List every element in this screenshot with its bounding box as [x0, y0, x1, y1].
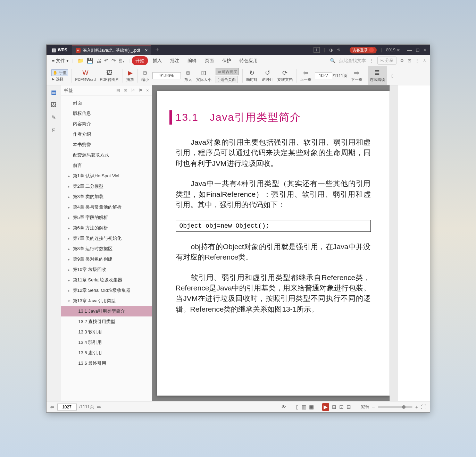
- bookmark-item[interactable]: 作者介绍: [61, 129, 152, 139]
- layout2-icon[interactable]: ⊡: [339, 404, 344, 410]
- bookmark-item[interactable]: 前言: [61, 160, 152, 171]
- actual-size-button[interactable]: ⊡ 实际大小: [194, 66, 214, 85]
- bookmark-item[interactable]: 13.3 软引用: [61, 327, 152, 337]
- rail-bookmark-icon[interactable]: ▤: [51, 89, 56, 95]
- tab-close-icon[interactable]: ×: [145, 48, 148, 53]
- collapse-ribbon-icon[interactable]: ∧: [423, 58, 426, 63]
- select-tool[interactable]: ➤ 选择: [51, 77, 64, 82]
- document-viewport[interactable]: 13.1 Java引用类型简介 Java对象的引用主要包括强引用、软引用、弱引用…: [152, 85, 390, 401]
- redo-icon[interactable]: ↷: [111, 58, 116, 64]
- zoom-plus-icon[interactable]: +: [415, 404, 418, 410]
- pdf-to-word-button[interactable]: W PDF转Word: [73, 66, 98, 85]
- bm-collapse-icon[interactable]: ⊡: [124, 88, 127, 93]
- panel-toggle-icon[interactable]: ▯: [390, 67, 395, 84]
- rotate-ccw-button[interactable]: ↺ 逆时针: [260, 66, 275, 85]
- bookmark-item[interactable]: ▸第10章 垃圾回收: [61, 264, 152, 275]
- bookmark-item[interactable]: ▸第12章 Serial Old垃圾收集器: [61, 285, 152, 296]
- bookmark-item[interactable]: ▸第5章 字段的解析: [61, 212, 152, 223]
- rotate-doc-button[interactable]: ⟳ 旋转文档: [275, 66, 295, 85]
- bookmark-item[interactable]: 内容简介: [61, 119, 152, 129]
- prev-page-button[interactable]: ⇦ 上一页: [298, 66, 314, 85]
- play-button[interactable]: ▶ 播放: [124, 66, 136, 85]
- share-button[interactable]: ⇱ 分享: [377, 57, 396, 65]
- gear-icon[interactable]: ⚙: [400, 58, 404, 63]
- zoom-in-button[interactable]: ⊕ 放大: [182, 66, 194, 85]
- bm-add-icon[interactable]: ⚐: [131, 88, 135, 93]
- zoom-thumb[interactable]: [402, 405, 406, 409]
- sync-icon[interactable]: ⟲: [337, 48, 340, 52]
- rail-thumbnail-icon[interactable]: 🖼: [51, 102, 56, 108]
- bm-expand-icon[interactable]: ⊟: [116, 88, 120, 93]
- wps-logo[interactable]: ▥ WPS: [47, 45, 72, 55]
- bookmark-item[interactable]: 版权信息: [61, 108, 152, 119]
- bookmark-item[interactable]: 13.5 虚引用: [61, 348, 152, 358]
- layout1-icon[interactable]: ⊞: [332, 404, 336, 410]
- tab-edit[interactable]: 编辑: [184, 56, 200, 65]
- login-button[interactable]: 访客登录: [350, 47, 377, 53]
- zoom-out-button[interactable]: ⊖ 缩小: [139, 66, 151, 85]
- st-next-icon[interactable]: ⇨: [97, 404, 101, 410]
- skin-icon[interactable]: ◑: [329, 48, 333, 52]
- bookmark-item[interactable]: ▾第13章 Java引用类型: [61, 296, 152, 306]
- print-icon[interactable]: 🖨: [96, 58, 101, 64]
- view-single-icon[interactable]: ▯: [296, 404, 299, 410]
- notification-badge[interactable]: 1: [314, 47, 320, 53]
- view-double-icon[interactable]: ▣: [309, 404, 314, 410]
- rail-attach-icon[interactable]: ⎘: [52, 127, 55, 133]
- fullscreen-icon[interactable]: ⛶: [421, 404, 426, 410]
- close-icon[interactable]: ×: [423, 47, 426, 53]
- fit-page-button[interactable]: ▯ 适合页面: [216, 76, 237, 83]
- bm-close-icon[interactable]: ×: [146, 88, 149, 93]
- more-icon[interactable]: ⋮: [415, 58, 419, 63]
- page-input[interactable]: [315, 72, 332, 79]
- tab-page[interactable]: 页面: [201, 56, 217, 65]
- bookmark-item[interactable]: 13.1 Java引用类型简介: [61, 306, 152, 316]
- bookmark-item[interactable]: 13.4 弱引用: [61, 337, 152, 348]
- view-cont-icon[interactable]: ▥: [301, 404, 306, 410]
- st-prev-icon[interactable]: ⇦: [50, 404, 55, 410]
- rail-annotate-icon[interactable]: ✎: [51, 114, 56, 121]
- eye-icon[interactable]: 👁: [281, 404, 286, 410]
- hand-tool[interactable]: ✋ 手型: [51, 69, 68, 76]
- tab-protect[interactable]: 保护: [219, 56, 235, 65]
- tab-start[interactable]: 开始: [132, 56, 148, 65]
- bookmark-item[interactable]: 本书赞誉: [61, 139, 152, 150]
- bookmark-item[interactable]: 13.2 查找引用类型: [61, 316, 152, 327]
- open-icon[interactable]: 📁: [77, 58, 84, 64]
- minimize-icon[interactable]: —: [407, 47, 412, 53]
- layout3-icon[interactable]: ⊟: [346, 404, 351, 410]
- tab-document[interactable]: P 深入剖析Java虚...基础卷) _.pdf ×: [72, 45, 151, 55]
- bookmark-item[interactable]: 13.6 最终引用: [61, 358, 152, 369]
- bookmark-item[interactable]: ▸第3章 类的加载: [61, 192, 152, 202]
- pdf-to-image-button[interactable]: 🖼 PDF转图片: [98, 66, 121, 85]
- undo-icon[interactable]: ↶: [104, 58, 109, 64]
- st-page-input[interactable]: [57, 404, 77, 411]
- save-icon[interactable]: 💾: [87, 58, 93, 64]
- bookmark-item[interactable]: ▸第4章 类与常量池的解析: [61, 202, 152, 212]
- bm-flag-icon[interactable]: ⚑: [139, 88, 143, 93]
- zoom-minus-icon[interactable]: −: [372, 404, 375, 410]
- bookmark-item[interactable]: ▸第7章 类的连接与初始化: [61, 233, 152, 244]
- export-icon[interactable]: ⎘▾: [119, 58, 125, 64]
- zoom-slider[interactable]: [378, 406, 412, 408]
- bookmark-item[interactable]: ▸第2章 二分模型: [61, 181, 152, 192]
- tab-special[interactable]: 特色应用: [236, 56, 261, 65]
- bookmark-item[interactable]: ▸第11章 Serial垃圾收集器: [61, 275, 152, 285]
- new-tab-button[interactable]: +: [151, 46, 163, 54]
- zoom-input[interactable]: [152, 72, 181, 79]
- tab-insert[interactable]: 插入: [149, 56, 165, 65]
- next-page-button[interactable]: ⇨ 下一页: [349, 66, 365, 85]
- bookmark-item[interactable]: ▸第8章 运行时数据区: [61, 244, 152, 254]
- bookmark-item[interactable]: ▸第6章 方法的解析: [61, 223, 152, 233]
- find-placeholder[interactable]: 点此查找文本: [339, 58, 366, 64]
- rotate-cw-button[interactable]: ↻ 顺时针: [244, 66, 260, 85]
- bookmark-item[interactable]: ▸第9章 类对象的创建: [61, 254, 152, 264]
- continuous-read-button[interactable]: ≣ 连续阅读: [368, 66, 387, 85]
- feedback-icon[interactable]: ⊡: [408, 58, 411, 63]
- st-play-icon[interactable]: ▶: [322, 403, 329, 411]
- fit-width-button[interactable]: ▭ 适合宽度: [216, 68, 239, 75]
- file-menu[interactable]: ≡ 文件 ▾: [50, 57, 71, 65]
- find-icon[interactable]: 🔍: [330, 58, 335, 63]
- tab-annotate[interactable]: 批注: [167, 56, 183, 65]
- bookmark-item[interactable]: 配套源码获取方式: [61, 150, 152, 160]
